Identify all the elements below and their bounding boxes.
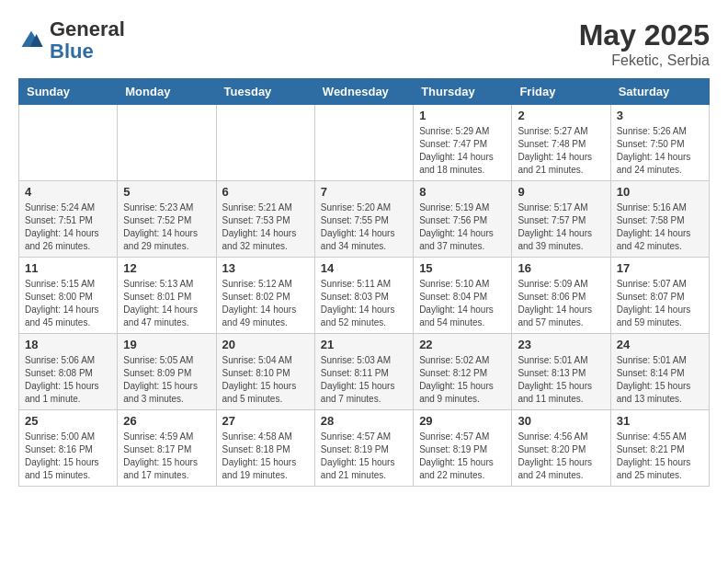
calendar-cell: 16Sunrise: 5:09 AM Sunset: 8:06 PM Dayli… [512,258,610,334]
day-info: Sunrise: 4:59 AM Sunset: 8:17 PM Dayligh… [123,431,210,482]
day-number: 31 [617,414,703,428]
day-info: Sunrise: 5:06 AM Sunset: 8:08 PM Dayligh… [25,354,111,406]
day-info: Sunrise: 5:29 AM Sunset: 7:47 PM Dayligh… [419,125,506,177]
calendar-week-1: 1Sunrise: 5:29 AM Sunset: 7:47 PM Daylig… [19,105,710,181]
day-number: 21 [321,338,407,351]
day-info: Sunrise: 5:17 AM Sunset: 7:57 PM Dayligh… [518,201,604,253]
calendar-cell [118,105,216,181]
day-number: 13 [222,261,309,275]
calendar-cell: 15Sunrise: 5:10 AM Sunset: 8:04 PM Dayli… [414,258,512,334]
day-info: Sunrise: 5:20 AM Sunset: 7:55 PM Dayligh… [321,201,407,253]
calendar-cell: 17Sunrise: 5:07 AM Sunset: 8:07 PM Dayli… [610,258,709,334]
calendar-cell: 27Sunrise: 4:58 AM Sunset: 8:18 PM Dayli… [216,410,314,487]
day-info: Sunrise: 5:11 AM Sunset: 8:03 PM Dayligh… [321,278,407,329]
calendar-cell [19,105,118,181]
day-info: Sunrise: 5:26 AM Sunset: 7:50 PM Dayligh… [617,125,703,177]
day-info: Sunrise: 5:02 AM Sunset: 8:12 PM Dayligh… [419,354,506,406]
day-info: Sunrise: 4:55 AM Sunset: 8:21 PM Dayligh… [617,431,703,482]
calendar-cell: 1Sunrise: 5:29 AM Sunset: 7:47 PM Daylig… [414,105,512,181]
calendar-cell: 12Sunrise: 5:13 AM Sunset: 8:01 PM Dayli… [118,258,216,334]
calendar-week-5: 25Sunrise: 5:00 AM Sunset: 8:16 PM Dayli… [19,410,710,487]
logo-blue: Blue [50,40,125,63]
calendar-table: SundayMondayTuesdayWednesdayThursdayFrid… [18,78,710,487]
calendar-cell: 6Sunrise: 5:21 AM Sunset: 7:53 PM Daylig… [216,181,314,258]
day-number: 16 [518,261,604,275]
day-info: Sunrise: 5:21 AM Sunset: 7:53 PM Dayligh… [222,201,309,253]
calendar-cell: 2Sunrise: 5:27 AM Sunset: 7:48 PM Daylig… [512,105,610,181]
day-number: 19 [123,338,210,351]
calendar-cell: 4Sunrise: 5:24 AM Sunset: 7:51 PM Daylig… [19,181,118,258]
weekday-header-thursday: Thursday [414,79,512,105]
day-info: Sunrise: 5:01 AM Sunset: 8:13 PM Dayligh… [518,354,604,406]
logo-general: General [50,18,125,40]
day-info: Sunrise: 4:56 AM Sunset: 8:20 PM Dayligh… [518,431,604,482]
day-info: Sunrise: 5:24 AM Sunset: 7:51 PM Dayligh… [25,201,111,253]
day-number: 1 [419,109,506,122]
day-number: 30 [518,414,604,428]
day-number: 10 [617,185,703,199]
calendar-cell: 5Sunrise: 5:23 AM Sunset: 7:52 PM Daylig… [118,181,216,258]
day-info: Sunrise: 4:58 AM Sunset: 8:18 PM Dayligh… [222,431,309,482]
calendar-cell [314,105,413,181]
calendar-cell: 28Sunrise: 4:57 AM Sunset: 8:19 PM Dayli… [314,410,413,487]
calendar-cell: 8Sunrise: 5:19 AM Sunset: 7:56 PM Daylig… [414,181,512,258]
day-number: 18 [25,338,111,351]
logo: General Blue [18,18,125,63]
day-number: 28 [321,414,407,428]
calendar-cell: 22Sunrise: 5:02 AM Sunset: 8:12 PM Dayli… [414,334,512,410]
calendar-cell: 25Sunrise: 5:00 AM Sunset: 8:16 PM Dayli… [19,410,118,487]
calendar-cell: 11Sunrise: 5:15 AM Sunset: 8:00 PM Dayli… [19,258,118,334]
day-number: 24 [617,338,703,351]
calendar-cell: 13Sunrise: 5:12 AM Sunset: 8:02 PM Dayli… [216,258,314,334]
day-number: 7 [321,185,407,199]
calendar-cell: 20Sunrise: 5:04 AM Sunset: 8:10 PM Dayli… [216,334,314,410]
logo-text: General Blue [50,18,125,63]
logo-icon [18,28,44,53]
weekday-header-saturday: Saturday [610,79,709,105]
calendar-cell: 26Sunrise: 4:59 AM Sunset: 8:17 PM Dayli… [118,410,216,487]
day-info: Sunrise: 4:57 AM Sunset: 8:19 PM Dayligh… [419,431,506,482]
day-number: 17 [617,261,703,275]
calendar-cell: 14Sunrise: 5:11 AM Sunset: 8:03 PM Dayli… [314,258,413,334]
day-number: 3 [617,109,703,122]
day-info: Sunrise: 5:00 AM Sunset: 8:16 PM Dayligh… [25,431,111,482]
day-number: 27 [222,414,309,428]
day-info: Sunrise: 5:19 AM Sunset: 7:56 PM Dayligh… [419,201,506,253]
day-number: 22 [419,338,506,351]
day-number: 20 [222,338,309,351]
calendar-cell: 3Sunrise: 5:26 AM Sunset: 7:50 PM Daylig… [610,105,709,181]
calendar-cell: 18Sunrise: 5:06 AM Sunset: 8:08 PM Dayli… [19,334,118,410]
day-info: Sunrise: 5:23 AM Sunset: 7:52 PM Dayligh… [123,201,210,253]
weekday-header-friday: Friday [512,79,610,105]
calendar-cell: 29Sunrise: 4:57 AM Sunset: 8:19 PM Dayli… [414,410,512,487]
location: Feketic, Serbia [579,52,710,69]
day-info: Sunrise: 5:15 AM Sunset: 8:00 PM Dayligh… [25,278,111,329]
calendar-cell [216,105,314,181]
day-number: 11 [25,261,111,275]
day-number: 8 [419,185,506,199]
day-number: 23 [518,338,604,351]
day-number: 5 [123,185,210,199]
day-number: 6 [222,185,309,199]
day-number: 26 [123,414,210,428]
weekday-header-tuesday: Tuesday [216,79,314,105]
day-number: 14 [321,261,407,275]
day-info: Sunrise: 5:16 AM Sunset: 7:58 PM Dayligh… [617,201,703,253]
day-info: Sunrise: 5:13 AM Sunset: 8:01 PM Dayligh… [123,278,210,329]
day-number: 12 [123,261,210,275]
day-number: 2 [518,109,604,122]
day-number: 25 [25,414,111,428]
calendar-cell: 24Sunrise: 5:01 AM Sunset: 8:14 PM Dayli… [610,334,709,410]
weekday-header-wednesday: Wednesday [314,79,413,105]
day-info: Sunrise: 5:07 AM Sunset: 8:07 PM Dayligh… [617,278,703,329]
day-info: Sunrise: 5:09 AM Sunset: 8:06 PM Dayligh… [518,278,604,329]
day-info: Sunrise: 5:05 AM Sunset: 8:09 PM Dayligh… [123,354,210,406]
day-info: Sunrise: 5:12 AM Sunset: 8:02 PM Dayligh… [222,278,309,329]
day-info: Sunrise: 5:04 AM Sunset: 8:10 PM Dayligh… [222,354,309,406]
calendar-week-2: 4Sunrise: 5:24 AM Sunset: 7:51 PM Daylig… [19,181,710,258]
calendar-cell: 19Sunrise: 5:05 AM Sunset: 8:09 PM Dayli… [118,334,216,410]
day-info: Sunrise: 5:03 AM Sunset: 8:11 PM Dayligh… [321,354,407,406]
weekday-header-monday: Monday [118,79,216,105]
day-number: 15 [419,261,506,275]
title-block: May 2025 Feketic, Serbia [579,18,710,69]
